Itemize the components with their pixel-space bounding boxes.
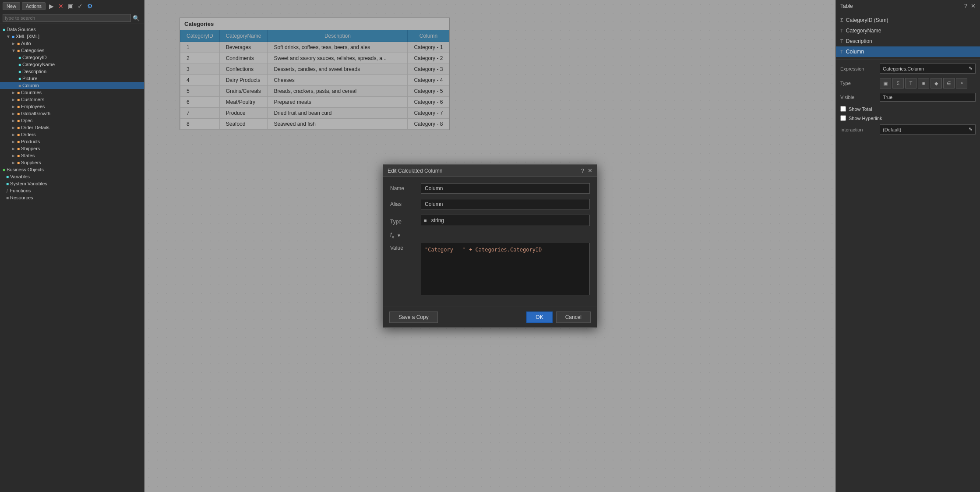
xml-label: XML [XML] (16, 34, 39, 39)
employees-expand-icon: ► (11, 104, 16, 109)
categoryname-icon: ■ (18, 62, 21, 67)
interaction-value: (Default) ✎ (880, 124, 976, 135)
type-chart-btn[interactable]: ∈ (943, 78, 955, 88)
icon1[interactable]: ▶ (47, 2, 55, 10)
expression-field[interactable]: Categories.Column ✎ (880, 64, 976, 74)
tree-column[interactable]: ■ Column (0, 82, 144, 89)
field-label-2: Description (846, 38, 872, 44)
visible-row: Visible True (840, 93, 976, 102)
tree-business-objects[interactable]: ■ Business Objects (0, 166, 144, 173)
tree-globalgrowth[interactable]: ► ■ GlobalGrowth (0, 110, 144, 117)
globalgrowth-label: GlobalGrowth (21, 111, 50, 116)
ok-button[interactable]: OK (526, 311, 552, 323)
description-icon: ■ (18, 69, 21, 74)
tree-categoryname[interactable]: ■ CategoryName (0, 61, 144, 68)
functions-label: Functions (10, 188, 31, 193)
tree-categoryid[interactable]: ■ CategoryID (0, 54, 144, 61)
main-canvas: Categories CategoryID CategoryName Descr… (145, 0, 835, 492)
panel-help-icon[interactable]: ? (964, 3, 967, 9)
column-label: Column (22, 83, 39, 88)
business-objects-label: Business Objects (7, 167, 44, 172)
alias-label: Alias (390, 199, 416, 207)
tree-description[interactable]: ■ Description (0, 68, 144, 75)
auto-expand-icon: ► (11, 41, 16, 46)
name-input[interactable] (421, 183, 590, 194)
type-select[interactable]: string (429, 216, 587, 225)
search-input[interactable] (3, 14, 131, 22)
fx-label: fx (390, 231, 394, 239)
type-sigma-btn[interactable]: Σ (892, 78, 904, 88)
type-color-btn[interactable]: ■ (918, 78, 929, 88)
toolbar: New Actions ▶ ✕ ▣ ✓ ⚙ (0, 0, 144, 12)
type-rect-btn[interactable]: ▣ (880, 78, 891, 88)
interaction-field[interactable]: (Default) ✎ (880, 124, 976, 135)
opec-label: Opec (21, 118, 32, 123)
tree-suppliers[interactable]: ► ■ Suppliers (0, 159, 144, 166)
modal-alias-row: Alias (390, 199, 590, 209)
tree-countries[interactable]: ► ■ Countries (0, 89, 144, 96)
checkmark-icon[interactable]: ✓ (76, 2, 84, 10)
tree-shippers[interactable]: ► ■ Shippers (0, 145, 144, 152)
panel-field-1[interactable]: TCategoryName (836, 25, 980, 36)
type-row: Type ▣ Σ T ■ ◆ ∈ ⚬ (840, 78, 976, 88)
square-icon[interactable]: ▣ (67, 2, 74, 10)
type-image-btn[interactable]: ◆ (931, 78, 942, 88)
new-button[interactable]: New (3, 2, 20, 10)
opec-icon: ■ (17, 118, 20, 123)
show-hyperlink-checkbox[interactable] (840, 115, 846, 121)
categoryname-label: CategoryName (22, 62, 55, 67)
type-text-btn[interactable]: T (905, 78, 917, 88)
canvas[interactable]: Categories CategoryID CategoryName Descr… (145, 0, 835, 492)
tree-functions[interactable]: ƒ Functions (0, 187, 144, 194)
show-hyperlink-row: Show Hyperlink (840, 115, 976, 121)
tree-data-sources[interactable]: ■ Data Sources (0, 26, 144, 33)
show-total-row: Show Total (840, 106, 976, 112)
states-label: States (21, 153, 35, 158)
tree-xml[interactable]: ▼ ■ XML [XML] (0, 33, 144, 40)
system-variables-label: System Variables (10, 181, 47, 186)
actions-button[interactable]: Actions (22, 2, 46, 10)
show-total-checkbox[interactable] (840, 106, 846, 112)
tree-variables[interactable]: ■ Variables (0, 173, 144, 180)
gear-icon[interactable]: ⚙ (86, 2, 94, 10)
panel-field-2[interactable]: TDescription (836, 36, 980, 46)
tree-picture[interactable]: ■ Picture (0, 75, 144, 82)
tree-customers[interactable]: ► ■ Customers (0, 96, 144, 103)
states-icon: ■ (17, 153, 20, 158)
visible-select[interactable]: True (880, 93, 976, 102)
functions-icon: ƒ (6, 188, 9, 193)
field-icon-1: T (840, 28, 843, 33)
tree-orders[interactable]: ► ■ Orders (0, 131, 144, 138)
expression-text: Categories.Column (883, 66, 924, 71)
categoryid-icon: ■ (18, 55, 21, 60)
system-variables-icon: ■ (6, 181, 9, 186)
fx-chevron-icon[interactable]: ▼ (397, 233, 401, 238)
modal-help-icon[interactable]: ? (581, 167, 584, 174)
modal-close-icon[interactable]: ✕ (588, 167, 592, 174)
type-icons: ▣ Σ T ■ ◆ ∈ ⚬ (880, 78, 967, 88)
interaction-label: Interaction (840, 127, 880, 132)
expression-edit-icon[interactable]: ✎ (969, 66, 973, 71)
tree-system-variables[interactable]: ■ System Variables (0, 180, 144, 187)
cancel-button[interactable]: Cancel (556, 311, 591, 323)
panel-field-0[interactable]: ΣCategoryID (Sum) (836, 15, 980, 25)
value-textarea[interactable]: "Category - " + Categories.CategoryID (421, 243, 590, 295)
tree-categories[interactable]: ▼ ■ Categories (0, 47, 144, 54)
close-icon[interactable]: ✕ (57, 2, 65, 10)
modal-name-row: Name (390, 183, 590, 194)
employees-label: Employees (21, 104, 45, 109)
tree-employees[interactable]: ► ■ Employees (0, 103, 144, 110)
tree-opec[interactable]: ► ■ Opec (0, 117, 144, 124)
alias-input[interactable] (421, 199, 590, 209)
type-link-btn[interactable]: ⚬ (956, 78, 967, 88)
interaction-edit-icon[interactable]: ✎ (969, 127, 973, 132)
tree-states[interactable]: ► ■ States (0, 152, 144, 159)
tree-resources[interactable]: ■ Resources (0, 194, 144, 201)
tree-auto[interactable]: ► ■ Auto (0, 40, 144, 47)
modal-overlay: Edit Calculated Column ? ✕ Name Alias (145, 0, 835, 492)
tree-orderdetails[interactable]: ► ■ Order Details (0, 124, 144, 131)
save-copy-button[interactable]: Save a Copy (389, 311, 438, 323)
panel-close-icon[interactable]: ✕ (971, 3, 976, 9)
tree-products[interactable]: ► ■ Products (0, 138, 144, 145)
panel-field-3[interactable]: TColumn (836, 46, 980, 57)
